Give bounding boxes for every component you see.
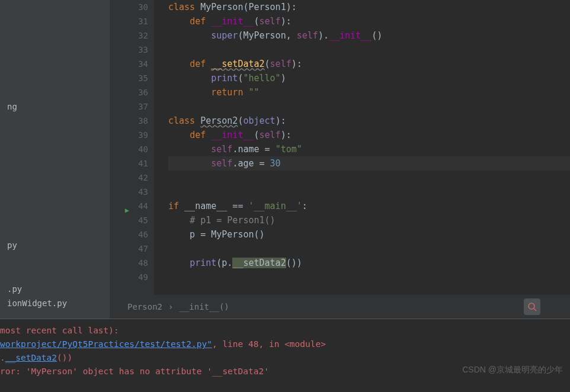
code-token: ( — [254, 130, 260, 140]
code-token: "" — [248, 87, 259, 98]
code-content[interactable]: class MyPerson(Person1): def __init__(se… — [154, 0, 570, 295]
line-number[interactable]: 46 — [110, 227, 148, 242]
code-token — [168, 215, 190, 226]
code-token — [168, 30, 211, 41]
line-number[interactable]: 35 — [110, 71, 148, 85]
code-line[interactable] — [168, 171, 570, 185]
console-line: .__setData2()) — [0, 351, 570, 365]
line-number[interactable]: 44▶ — [110, 199, 148, 213]
code-token: (p. — [216, 258, 232, 268]
code-container: 303132333435363738394041424344▶454647484… — [110, 0, 570, 295]
console-text: . — [0, 353, 5, 362]
main-container: ng py .py ionWidget.py 30313233343536373… — [0, 0, 570, 319]
code-line[interactable] — [168, 99, 570, 114]
line-number[interactable]: 42 — [110, 171, 148, 185]
code-line[interactable] — [168, 242, 570, 256]
code-line[interactable]: if __name__ == '__main__': — [168, 199, 570, 213]
code-token — [168, 130, 190, 140]
code-token — [168, 16, 190, 27]
breadcrumb-class[interactable]: Person2 — [127, 302, 162, 311]
line-number[interactable]: 39 — [110, 128, 148, 142]
console-output[interactable]: most recent call last):workproject/PyQt5… — [0, 319, 570, 392]
line-number[interactable]: 37 — [110, 99, 148, 114]
code-token: self — [260, 130, 281, 140]
run-icon[interactable]: ▶ — [123, 203, 129, 209]
console-text: most recent call last): — [0, 326, 119, 335]
sidebar-item[interactable]: ng — [2, 99, 107, 114]
watermark: CSDN @京城最明亮的少年 — [462, 365, 563, 375]
code-token: __init__ — [329, 30, 372, 41]
code-token: (MyPerson, — [238, 30, 296, 41]
code-token: def — [190, 16, 211, 27]
code-token: self — [211, 144, 232, 155]
line-number[interactable]: 33 — [110, 43, 148, 57]
code-token: # p1 = Person1() — [190, 215, 276, 226]
code-line[interactable]: super(MyPerson, self).__init__() — [168, 28, 570, 43]
code-token: print — [190, 258, 216, 268]
code-line[interactable]: def __init__(self): — [168, 14, 570, 28]
code-token: self — [297, 30, 318, 41]
line-number[interactable]: 40 — [110, 142, 148, 156]
console-text: __setData2 — [5, 353, 57, 362]
code-line[interactable]: print(p.__setData2()) — [168, 256, 570, 270]
code-line[interactable]: # p1 = Person1() — [168, 213, 570, 227]
code-token: (Person1): — [243, 2, 296, 12]
line-number[interactable]: 45 — [110, 213, 148, 227]
sidebar-item[interactable]: ionWidget.py — [2, 296, 107, 310]
code-token: __init__ — [211, 130, 254, 140]
code-token: ): — [281, 130, 292, 140]
line-number[interactable]: 30 — [110, 0, 148, 14]
console-line: most recent call last): — [0, 324, 570, 338]
code-token: class — [168, 2, 200, 12]
line-number[interactable]: 49 — [110, 270, 148, 284]
code-line[interactable]: self.age = 30 — [168, 156, 570, 171]
project-sidebar[interactable]: ng py .py ionWidget.py — [0, 0, 110, 319]
line-number-gutter[interactable]: 303132333435363738394041424344▶454647484… — [110, 0, 154, 295]
code-token: ): — [281, 16, 292, 27]
breadcrumb[interactable]: Person2 › __init__() — [127, 302, 229, 311]
code-line[interactable]: def __init__(self): — [168, 128, 570, 142]
code-token — [168, 73, 211, 83]
code-token: ( — [265, 59, 270, 69]
code-token: : — [302, 201, 308, 211]
code-editor[interactable]: 303132333435363738394041424344▶454647484… — [110, 0, 570, 319]
line-number[interactable]: 34 — [110, 57, 148, 71]
code-token: () — [372, 30, 382, 41]
code-line[interactable]: class Person2(object): — [168, 114, 570, 128]
code-line[interactable] — [168, 270, 570, 284]
breadcrumb-method[interactable]: __init__() — [179, 302, 229, 311]
code-token: self — [270, 59, 292, 69]
code-line[interactable]: self.name = "tom" — [168, 142, 570, 156]
line-number[interactable]: 48 — [110, 256, 148, 270]
code-token — [168, 87, 211, 98]
code-token: if — [168, 201, 184, 211]
console-text: , line 48, in <module> — [212, 339, 326, 349]
line-number[interactable]: 47 — [110, 242, 148, 256]
code-token: __setData2 — [211, 59, 264, 69]
code-line[interactable]: return "" — [168, 85, 570, 99]
svg-point-0 — [529, 303, 534, 309]
console-text: ror: 'MyPerson' object has no attribute … — [0, 367, 269, 376]
sidebar-item[interactable]: py — [2, 238, 107, 252]
code-token: __name__ == — [184, 201, 248, 211]
code-line[interactable] — [168, 185, 570, 199]
code-line[interactable]: def __setData2(self): — [168, 57, 570, 71]
line-number[interactable]: 41 — [110, 156, 148, 171]
code-token: print — [211, 73, 238, 83]
code-token: "tom" — [276, 144, 302, 155]
code-line[interactable] — [168, 43, 570, 57]
code-line[interactable]: class MyPerson(Person1): — [168, 0, 570, 14]
line-number[interactable]: 38 — [110, 114, 148, 128]
sidebar-item[interactable]: .py — [2, 282, 107, 296]
line-number[interactable]: 36 — [110, 85, 148, 99]
code-line[interactable]: p = MyPerson() — [168, 227, 570, 242]
code-line[interactable]: print("hello") — [168, 71, 570, 85]
code-token: super — [211, 30, 238, 41]
breadcrumb-bar: Person2 › __init__() — [110, 295, 570, 319]
search-button[interactable] — [524, 298, 540, 315]
line-number[interactable]: 43 — [110, 185, 148, 199]
search-icon — [527, 302, 537, 311]
line-number[interactable]: 31 — [110, 14, 148, 28]
code-token: object — [243, 115, 275, 126]
line-number[interactable]: 32 — [110, 28, 148, 43]
